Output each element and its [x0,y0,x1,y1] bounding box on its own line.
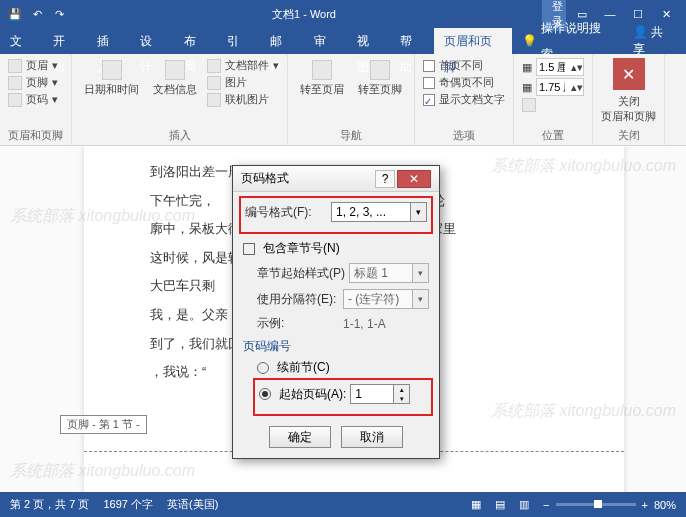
redo-icon[interactable]: ↷ [52,7,66,21]
include-chapter-check[interactable] [243,243,255,255]
diff-first-check[interactable]: 首页不同 [423,58,505,73]
status-page[interactable]: 第 2 页，共 7 页 [10,497,89,512]
group-nav: 导航 [296,126,406,143]
continue-prev-label: 续前节(C) [277,359,330,376]
tab-references[interactable]: 引用 [217,28,260,54]
onlinepic-button[interactable]: 联机图片 [207,92,279,107]
view-print-icon[interactable]: ▤ [495,498,505,511]
quickparts-button[interactable]: 文档部件 ▾ [207,58,279,73]
tab-home[interactable]: 开始 [43,28,86,54]
example-label: 示例: [257,315,339,332]
group-headerfooter: 页眉和页脚 [8,126,63,143]
start-at-radio[interactable] [259,388,271,400]
tab-insert[interactable]: 插入 [87,28,130,54]
example-value: 1-1, 1-A [343,317,386,331]
page-numbering-section: 页码编号 [243,338,429,355]
chapter-style-combo: 标题 1▾ [349,263,429,283]
tab-header-footer[interactable]: 页眉和页脚 [434,28,512,54]
status-lang[interactable]: 英语(美国) [167,497,218,512]
zoom-in-icon[interactable]: + [642,499,648,511]
tab-help[interactable]: 帮助 [390,28,433,54]
show-doc-check[interactable]: 显示文档文字 [423,92,505,107]
docinfo-button[interactable]: 文档信息 [149,58,201,107]
pictures-button[interactable]: 图片 [207,75,279,90]
include-chapter-label: 包含章节号(N) [263,240,340,257]
start-at-label: 起始页码(A): [279,386,346,403]
pagenum-button[interactable]: 页码 ▾ [8,92,63,107]
separator-label: 使用分隔符(E): [257,291,339,308]
close-hf-label: 关闭页眉和页脚 [601,94,656,124]
chapter-style-label: 章节起始样式(P) [257,265,345,282]
zoom-out-icon[interactable]: − [543,499,549,511]
zoom-value[interactable]: 80% [654,499,676,511]
view-readmode-icon[interactable]: ▦ [471,498,481,511]
number-format-label: 编号格式(F): [245,204,327,221]
group-insert: 插入 [80,126,279,143]
view-web-icon[interactable]: ▥ [519,498,529,511]
tab-review[interactable]: 审阅 [304,28,347,54]
continue-prev-radio[interactable] [257,362,269,374]
tab-view[interactable]: 视图 [347,28,390,54]
datetime-button[interactable]: 日期和时间 [80,58,143,107]
footer-section-tag: 页脚 - 第 1 节 - [60,415,147,434]
status-words[interactable]: 1697 个字 [103,497,153,512]
window-title: 文档1 - Word [66,7,542,22]
tab-file[interactable]: 文件 [0,28,43,54]
group-position: 位置 [522,126,584,143]
dialog-help-icon[interactable]: ? [375,170,395,188]
footer-bottom-spin[interactable]: ▦ ▴▾ [522,78,584,96]
dialog-close-icon[interactable]: ✕ [397,170,431,188]
page-number-format-dialog: 页码格式 ? ✕ 编号格式(F): 1, 2, 3, ...▾ 包含章节号(N)… [232,165,440,459]
tab-mailings[interactable]: 邮件 [260,28,303,54]
diff-oddeven-check[interactable]: 奇偶页不同 [423,75,505,90]
undo-icon[interactable]: ↶ [30,7,44,21]
group-close: 关闭 [601,126,656,143]
ok-button[interactable]: 确定 [269,426,331,448]
start-at-spin[interactable]: ▴▾ [350,384,410,404]
save-icon[interactable]: 💾 [8,7,22,21]
cancel-button[interactable]: 取消 [341,426,403,448]
group-options: 选项 [423,126,505,143]
tell-me[interactable]: 💡 操作说明搜索 [512,28,621,54]
separator-combo: - (连字符)▾ [343,289,429,309]
maximize-icon[interactable]: ☐ [626,8,650,21]
header-button[interactable]: 页眉 ▾ [8,58,63,73]
footer-button[interactable]: 页脚 ▾ [8,75,63,90]
close-hf-button[interactable]: ✕ [613,58,645,90]
goto-header-button[interactable]: 转至页眉 [296,58,348,99]
tab-layout[interactable]: 布局 [174,28,217,54]
zoom-slider[interactable] [556,503,636,506]
insert-align-tab[interactable] [522,98,584,112]
close-icon[interactable]: ✕ [654,8,678,21]
share-button[interactable]: 👤 共享 [621,24,686,58]
header-top-spin[interactable]: ▦ ▴▾ [522,58,584,76]
dialog-title: 页码格式 [241,170,375,187]
goto-footer-button[interactable]: 转至页脚 [354,58,406,99]
tab-design[interactable]: 设计 [130,28,173,54]
number-format-combo[interactable]: 1, 2, 3, ...▾ [331,202,427,222]
